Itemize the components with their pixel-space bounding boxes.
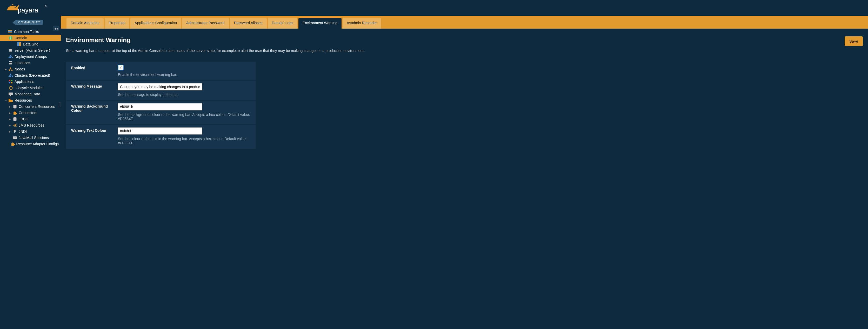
sidebar-item-domain[interactable]: ▼Domain [0, 35, 61, 41]
jndi-icon [12, 129, 17, 133]
cluster-icon [8, 55, 13, 59]
svg-point-20 [9, 70, 10, 71]
sidebar-item-server-admin-server-[interactable]: server (Admin Server) [0, 47, 61, 54]
expand-icon[interactable]: ▶ [5, 68, 8, 71]
tab-asadmin-recorder[interactable]: Asadmin Recorder [343, 18, 381, 29]
sidebar-item-connectors[interactable]: ▶Connectors [0, 110, 61, 116]
form-row-bg-colour: Warning Background Colour Set the backgr… [66, 100, 255, 125]
expand-icon[interactable]: ▶ [9, 112, 12, 114]
bg-colour-input[interactable] [118, 103, 202, 111]
sidebar-item-jndi[interactable]: ▶JNDI [0, 128, 61, 134]
sidebar-collapse-button[interactable]: ◀◀ [53, 26, 59, 31]
svg-rect-27 [11, 80, 12, 81]
svg-rect-4 [8, 31, 12, 32]
svg-rect-14 [12, 57, 13, 58]
enabled-checkbox[interactable]: ✓ [118, 65, 124, 70]
sidebar-item-label: Applications [14, 80, 34, 84]
sidebar-item-resources[interactable]: ▼Resources [0, 97, 61, 103]
sidebar-item-instances[interactable]: Instances [0, 60, 61, 66]
cluster-icon [8, 73, 13, 78]
svg-rect-11 [9, 52, 12, 52]
sidebar-item-applications[interactable]: Applications [0, 79, 61, 85]
sidebar-item-label: Deployment Groups [14, 55, 47, 59]
expand-icon[interactable]: ▶ [9, 105, 12, 108]
message-input[interactable] [118, 83, 202, 90]
sidebar-item-label: Connectors [19, 111, 37, 115]
sidebar-item-javamail-sessions[interactable]: JavaMail Sessions [0, 134, 61, 141]
svg-text:payara: payara [18, 6, 38, 14]
db-icon [12, 104, 17, 109]
expand-icon[interactable]: ▶ [9, 118, 12, 121]
svg-rect-7 [17, 42, 19, 46]
sidebar-item-clusters-deprecated-[interactable]: Clusters (Deprecated) [0, 72, 61, 79]
sidebar-item-label: JavaMail Sessions [19, 136, 49, 140]
sidebar-item-label: Clusters (Deprecated) [14, 73, 50, 78]
svg-rect-24 [12, 76, 13, 77]
sidebar-item-jdbc[interactable]: ▶JDBC [0, 116, 61, 122]
monitor-icon [8, 92, 13, 96]
sidebar-resizer[interactable] [59, 102, 61, 107]
sidebar: ◀◀ Common Tasks ▼DomainData Gridserver (… [0, 29, 61, 329]
svg-point-21 [11, 70, 13, 71]
content-area: Environment Warning Save Set a warning b… [61, 29, 868, 329]
enabled-label: Enabled [66, 62, 118, 80]
svg-rect-13 [10, 57, 11, 58]
svg-text:®: ® [45, 5, 47, 8]
sidebar-item-deployment-groups[interactable]: Deployment Groups [0, 54, 61, 60]
sidebar-item-concurrent-resources[interactable]: ▶Concurrent Resources [0, 103, 61, 110]
expand-icon[interactable]: ▶ [9, 124, 12, 127]
collapse-icon: ◀◀ [54, 27, 58, 30]
svg-rect-23 [10, 76, 11, 77]
header: payara ® COMMUNITY Domain AttributesProp… [0, 0, 868, 29]
sidebar-item-label: Instances [14, 61, 30, 65]
mail-icon [12, 136, 17, 140]
sidebar-root-common-tasks[interactable]: Common Tasks [0, 29, 61, 35]
sidebar-item-lifecycle-modules[interactable]: Lifecycle Modules [0, 85, 61, 91]
sidebar-item-monitoring-data[interactable]: Monitoring Data [0, 91, 61, 97]
svg-rect-15 [10, 55, 11, 56]
globe-icon [8, 36, 13, 40]
sidebar-item-label: Resource Adapter Configs [17, 142, 59, 146]
sidebar-item-resource-adapter-configs[interactable]: Resource Adapter Configs [0, 141, 61, 147]
svg-rect-8 [19, 42, 21, 46]
svg-rect-12 [8, 57, 10, 58]
sidebar-item-label: Nodes [14, 67, 25, 71]
tab-domain-logs[interactable]: Domain Logs [268, 18, 298, 29]
tabbar-wrap: Domain AttributesPropertiesApplications … [61, 0, 868, 29]
message-help: Set the message to display in the bar. [118, 92, 251, 97]
tab-password-aliases[interactable]: Password Aliases [230, 18, 267, 29]
sidebar-item-label: Domain [14, 36, 27, 40]
sidebar-item-label: Data Grid [23, 42, 38, 46]
jms-icon [12, 123, 17, 127]
sidebar-item-label: Resources [14, 98, 32, 102]
sidebar-item-label: JMS Resources [19, 123, 44, 127]
content-header: Environment Warning Save [66, 36, 863, 46]
tab-administrator-password[interactable]: Administrator Password [182, 18, 229, 29]
server-icon [8, 48, 13, 53]
text-colour-help: Set the colour of the text in the warnin… [118, 137, 251, 145]
expand-icon[interactable]: ▼ [5, 37, 8, 39]
tab-domain-attributes[interactable]: Domain Attributes [66, 18, 104, 29]
sidebar-item-nodes[interactable]: ▶Nodes [0, 66, 61, 72]
svg-rect-10 [9, 50, 12, 51]
svg-rect-28 [9, 82, 10, 83]
save-button[interactable]: Save [845, 36, 863, 46]
lifecycle-icon [8, 86, 13, 90]
svg-rect-25 [10, 73, 11, 75]
expand-icon[interactable]: ▼ [5, 99, 8, 102]
sidebar-item-jms-resources[interactable]: ▶JMS Resources [0, 122, 61, 128]
tab-applications-configuration[interactable]: Applications Configuration [130, 18, 181, 29]
sidebar-item-data-grid[interactable]: Data Grid [0, 41, 61, 47]
svg-rect-29 [11, 82, 12, 83]
bg-colour-help: Set the background colour of the warning… [118, 113, 251, 121]
text-colour-input[interactable] [118, 127, 202, 134]
tab-environment-warning[interactable]: Environment Warning [299, 18, 342, 29]
svg-rect-33 [8, 99, 10, 99]
sidebar-item-label: JDBC [19, 117, 28, 121]
message-label: Warning Message [66, 81, 118, 100]
folder-icon [8, 98, 13, 102]
tab-properties[interactable]: Properties [105, 18, 130, 29]
expand-icon[interactable]: ▶ [9, 130, 12, 133]
form-row-message: Warning Message Set the message to displ… [66, 81, 255, 100]
svg-rect-17 [9, 63, 12, 64]
